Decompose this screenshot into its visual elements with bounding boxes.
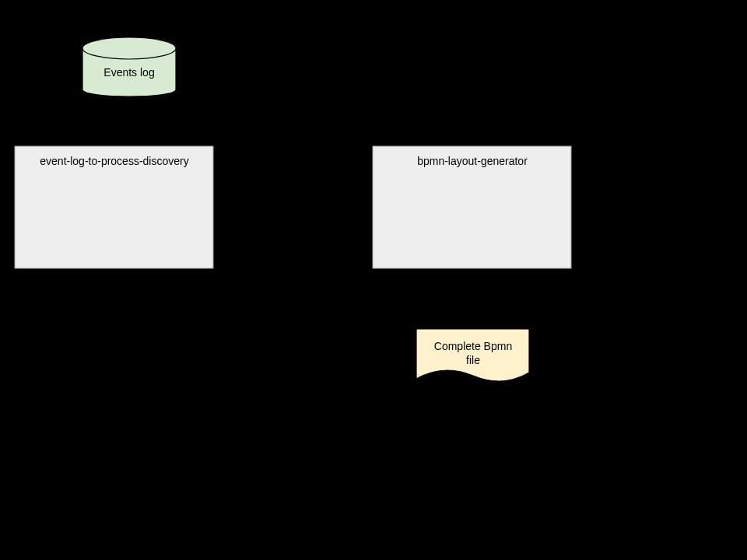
discovery-box-label: event-log-to-process-discovery xyxy=(40,155,188,167)
diagram-canvas: Events log event-log-to-process-discover… xyxy=(0,0,747,560)
bpmn-file-note-line1: Complete Bpmn xyxy=(434,340,512,352)
diagram-svg: Events log event-log-to-process-discover… xyxy=(0,0,747,560)
bpmn-file-note-line2: file xyxy=(466,354,480,366)
bpmn-file-note: Complete Bpmn file xyxy=(416,329,532,384)
layout-generator-box-label: bpmn-layout-generator xyxy=(417,155,528,167)
events-log-cylinder: Events log xyxy=(82,37,176,96)
discovery-box: event-log-to-process-discovery xyxy=(15,146,216,271)
events-log-label: Events log xyxy=(103,66,154,79)
svg-point-0 xyxy=(82,37,176,59)
layout-generator-box: bpmn-layout-generator xyxy=(373,146,573,271)
